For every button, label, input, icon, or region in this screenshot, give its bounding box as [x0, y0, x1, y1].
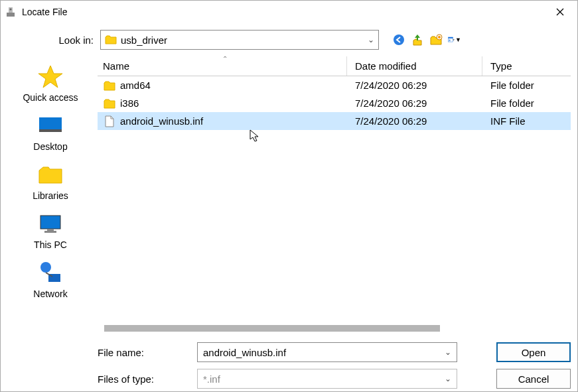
chevron-down-icon: ⌄ — [445, 348, 451, 357]
svg-rect-8 — [40, 216, 60, 229]
network-icon — [36, 259, 64, 287]
place-desktop[interactable]: Desktop — [33, 112, 67, 152]
place-libraries[interactable]: Libraries — [33, 161, 68, 201]
file-type: File folder — [482, 98, 571, 109]
svg-rect-7 — [39, 129, 62, 132]
place-quick-access[interactable]: Quick access — [23, 63, 78, 103]
file-name: i386 — [120, 98, 139, 109]
place-network[interactable]: Network — [33, 259, 67, 299]
filetype-label: Files of type: — [98, 373, 190, 385]
svg-marker-5 — [38, 66, 62, 88]
places-sidebar: Quick access Desktop Libraries This PC N… — [7, 30, 94, 389]
svg-rect-10 — [44, 231, 56, 233]
folder-icon — [103, 97, 116, 110]
view-menu-button[interactable]: ▼ — [448, 33, 461, 46]
file-icon — [103, 115, 116, 128]
new-folder-button[interactable] — [429, 33, 443, 46]
svg-point-16 — [438, 36, 441, 38]
column-header-date[interactable]: Date modified — [347, 56, 482, 76]
up-button[interactable] — [411, 33, 424, 46]
chevron-down-icon: ⌄ — [368, 35, 374, 44]
file-row[interactable]: i3867/24/2020 06:29File folder — [98, 94, 571, 112]
svg-point-2 — [10, 9, 12, 11]
close-icon — [556, 8, 564, 16]
file-type: INF File — [482, 115, 571, 127]
app-icon — [5, 6, 17, 18]
column-header-name[interactable]: Name ⌃ — [98, 56, 347, 76]
column-header-type[interactable]: Type — [482, 56, 571, 76]
libraries-icon — [36, 161, 64, 189]
svg-rect-19 — [449, 39, 451, 40]
svg-rect-9 — [47, 229, 54, 231]
chevron-down-icon: ▼ — [455, 36, 461, 43]
lookin-combo[interactable]: usb_driver ⌄ — [100, 30, 379, 50]
folder-icon — [103, 79, 116, 92]
file-date: 7/24/2020 06:29 — [347, 115, 482, 127]
monitor-icon — [36, 210, 64, 238]
cancel-button[interactable]: Cancel — [496, 369, 571, 389]
scrollbar-thumb[interactable] — [104, 325, 440, 332]
svg-point-14 — [394, 34, 404, 45]
folder-icon — [105, 34, 117, 45]
horizontal-scrollbar[interactable] — [104, 325, 571, 336]
svg-rect-20 — [449, 40, 451, 41]
file-name: android_winusb.inf — [120, 115, 203, 127]
place-this-pc[interactable]: This PC — [34, 210, 67, 250]
svg-rect-18 — [449, 37, 453, 38]
filetype-combo[interactable]: *.inf ⌄ — [197, 369, 457, 389]
titlebar: Locate File — [1, 1, 577, 23]
sort-up-icon: ⌃ — [222, 55, 228, 62]
lookin-label: Look in: — [47, 34, 94, 46]
file-type: File folder — [482, 80, 571, 91]
file-date: 7/24/2020 06:29 — [347, 98, 482, 109]
close-button[interactable] — [547, 1, 573, 23]
svg-point-11 — [40, 262, 51, 273]
file-list: Name ⌃ Date modified Type amd647/24/2020… — [98, 56, 571, 342]
file-name: amd64 — [120, 80, 151, 91]
desktop-icon — [36, 112, 64, 140]
window-title: Locate File — [22, 7, 547, 17]
open-button[interactable]: Open — [496, 342, 571, 362]
star-icon — [36, 63, 64, 91]
back-button[interactable] — [392, 33, 405, 46]
file-row[interactable]: amd647/24/2020 06:29File folder — [98, 76, 571, 94]
file-date: 7/24/2020 06:29 — [347, 80, 482, 91]
file-row[interactable]: android_winusb.inf7/24/2020 06:29INF Fil… — [98, 112, 571, 130]
filename-input[interactable]: android_winusb.inf ⌄ — [197, 342, 457, 362]
filename-label: File name: — [98, 347, 190, 358]
svg-rect-0 — [7, 13, 15, 17]
chevron-down-icon: ⌄ — [445, 374, 451, 383]
